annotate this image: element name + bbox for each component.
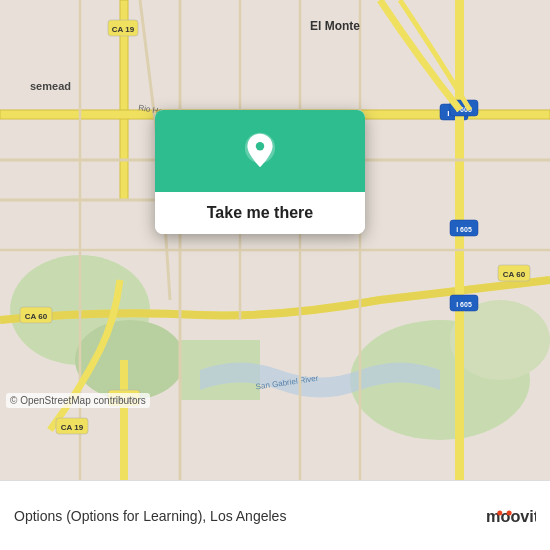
svg-point-5 [450, 300, 550, 380]
svg-rect-19 [455, 0, 464, 480]
take-me-there-button[interactable]: Take me there [155, 192, 365, 234]
svg-text:moovit: moovit [486, 506, 536, 524]
svg-point-46 [497, 510, 502, 515]
svg-text:CA 60: CA 60 [503, 270, 526, 279]
svg-text:CA 19: CA 19 [61, 423, 84, 432]
svg-text:I 605: I 605 [456, 226, 472, 233]
svg-text:I 605: I 605 [456, 301, 472, 308]
svg-text:semead: semead [30, 80, 71, 92]
svg-rect-26 [120, 360, 128, 480]
map-attribution: © OpenStreetMap contributors [6, 393, 150, 408]
popup-header [155, 110, 365, 192]
moovit-logo-svg: moovit [486, 501, 536, 531]
bottom-bar: Options (Options for Learning), Los Ange… [0, 480, 550, 550]
svg-point-47 [507, 510, 512, 515]
location-pin-icon [239, 132, 281, 174]
map-view[interactable]: San Gabriel River CA 19 I 10 CA 60 CA 60… [0, 0, 550, 480]
map-svg: San Gabriel River CA 19 I 10 CA 60 CA 60… [0, 0, 550, 480]
location-label: Options (Options for Learning), Los Ange… [14, 508, 486, 524]
svg-text:CA 19: CA 19 [112, 25, 135, 34]
moovit-logo: moovit [486, 501, 536, 531]
svg-text:El Monte: El Monte [310, 19, 360, 33]
svg-text:CA 60: CA 60 [25, 312, 48, 321]
svg-point-44 [256, 142, 264, 150]
location-popup: Take me there [155, 110, 365, 234]
